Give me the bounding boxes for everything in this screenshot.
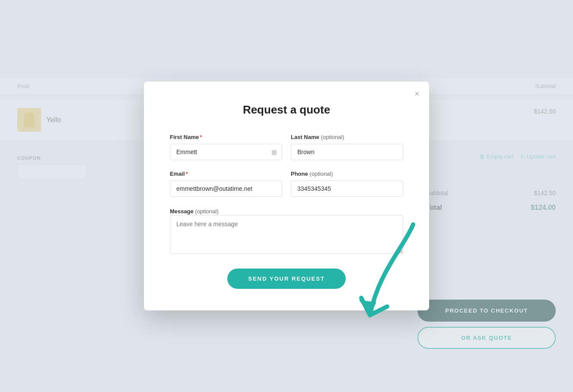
phone-input[interactable] xyxy=(291,180,403,197)
phone-optional: (optional) xyxy=(309,171,333,177)
send-request-button[interactable]: SEND YOUR REQUEST xyxy=(227,269,346,289)
phone-label: Phone (optional) xyxy=(291,171,403,177)
request-quote-modal: × Request a quote First Name* ▦ Last Nam… xyxy=(144,82,429,310)
contact-row: Email* Phone (optional) xyxy=(170,171,403,197)
modal-close-button[interactable]: × xyxy=(414,89,420,98)
modal-title: Request a quote xyxy=(170,103,403,117)
email-required-star: * xyxy=(186,171,188,177)
phone-group: Phone (optional) xyxy=(291,171,403,197)
last-name-group: Last Name (optional) xyxy=(291,134,403,160)
email-group: Email* xyxy=(170,171,282,197)
name-row: First Name* ▦ Last Name (optional) xyxy=(170,134,403,160)
message-optional: (optional) xyxy=(195,208,219,215)
first-name-group: First Name* ▦ xyxy=(170,134,282,160)
last-name-label: Last Name (optional) xyxy=(291,134,403,140)
first-name-label: First Name* xyxy=(170,134,282,140)
first-name-required-star: * xyxy=(200,134,202,140)
calendar-icon: ▦ xyxy=(271,149,277,155)
message-textarea[interactable] xyxy=(170,215,403,254)
first-name-input-wrapper: ▦ xyxy=(170,144,282,160)
email-input[interactable] xyxy=(170,180,282,197)
email-label: Email* xyxy=(170,171,282,177)
message-group: Message (optional) xyxy=(170,207,403,256)
message-label: Message (optional) xyxy=(170,208,219,215)
last-name-input[interactable] xyxy=(291,144,403,160)
last-name-optional: (optional) xyxy=(321,134,344,140)
first-name-input[interactable] xyxy=(170,144,282,160)
